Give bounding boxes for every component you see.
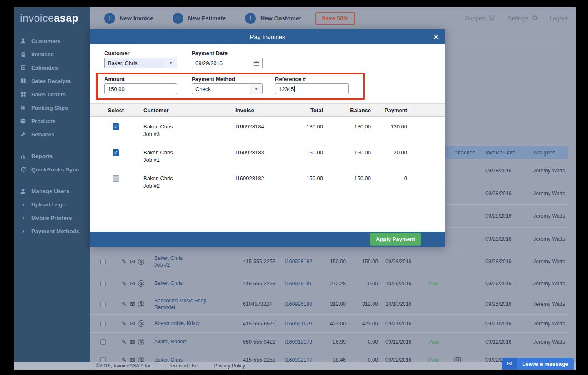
select-checkbox[interactable]: ✓ <box>113 123 119 130</box>
column-header-assigned[interactable]: Assigned <box>529 149 568 156</box>
edit-icon[interactable]: ✎ <box>122 280 127 287</box>
modal-footer: Apply Payment <box>90 232 445 247</box>
new-invoice-button[interactable]: + New Invoice <box>104 13 153 24</box>
edit-icon[interactable]: ✎ <box>122 301 127 307</box>
wrench-icon <box>20 131 27 138</box>
plus-icon: + <box>104 13 115 24</box>
customer-name: Baker, Chris <box>143 149 173 156</box>
select-checkbox[interactable]: ✓ <box>113 149 119 156</box>
customer-link[interactable]: Allard, Robert <box>154 339 186 345</box>
save-50-button[interactable]: Save 50% <box>315 12 355 25</box>
sidebar-item-upload-logo[interactable]: › Upload Logo <box>14 198 90 211</box>
sidebar-item-services[interactable]: Services <box>14 128 90 141</box>
email-icon[interactable]: ✉ <box>130 301 135 307</box>
sidebar-item-estimates[interactable]: Estimates <box>14 61 90 74</box>
sidebar-item-invoices[interactable]: Invoices <box>14 48 90 61</box>
sync-icon <box>20 166 27 173</box>
sidebar-item-reports[interactable]: Reports <box>14 149 90 163</box>
new-customer-label: New Customer <box>260 15 301 22</box>
invoice-link[interactable]: I160912178 <box>285 339 312 345</box>
cell-customer: Baker, ChrisJob #2 <box>125 175 217 189</box>
settings-link[interactable]: Settings ⚙ <box>508 15 538 22</box>
cell-balance: 0.00 <box>346 281 378 287</box>
email-icon[interactable]: ✉ <box>130 339 135 345</box>
email-icon[interactable]: ✉ <box>130 258 135 265</box>
chevron-right-icon: › <box>20 228 27 234</box>
edit-icon[interactable]: ✎ <box>122 320 127 327</box>
invoice-link[interactable]: I160926180 <box>285 301 312 307</box>
payment-icon[interactable]: $ <box>138 301 144 307</box>
payment-icon[interactable]: $ <box>138 320 144 327</box>
dollar-glyph: $ <box>140 321 143 326</box>
new-estimate-label: New Estimate <box>188 15 226 22</box>
select-checkbox[interactable]: ✓ <box>113 175 119 182</box>
cell-invoice: I160928183 <box>217 149 281 156</box>
sidebar-item-mobile-printers[interactable]: › Mobile Printers <box>14 211 90 224</box>
logout-link[interactable]: Logout <box>550 15 568 22</box>
sidebar-item-sales-orders[interactable]: Sales Orders <box>14 88 90 101</box>
row-checkbox[interactable] <box>100 281 106 286</box>
chat-bubble-icon <box>488 14 496 22</box>
logo-bold: asap <box>54 12 78 24</box>
support-link[interactable]: Support <box>465 14 496 22</box>
cell-total: 160.00 <box>281 149 323 156</box>
customer-link[interactable]: Babcock's Music Shop <box>154 298 206 304</box>
payment-date-input[interactable]: 09/29/2016 <box>192 58 263 68</box>
terms-of-use-link[interactable]: Terms of Use <box>169 363 198 369</box>
sidebar-item-customers[interactable]: Customers <box>14 34 90 48</box>
payment-icon[interactable]: $ <box>138 339 144 345</box>
leave-a-message-widget[interactable]: ✉ Leave a message <box>502 358 574 370</box>
sidebar-item-products[interactable]: Products <box>14 114 90 128</box>
sidebar-item-manage-users[interactable]: Manage Users <box>14 184 90 198</box>
invoice-link[interactable]: I160926181 <box>285 281 312 287</box>
pay-table-header: Select Customer Invoice Total Balance Pa… <box>90 103 445 117</box>
support-label: Support <box>465 15 485 22</box>
new-estimate-button[interactable]: + New Estimate <box>173 13 226 24</box>
sidebar-item-label: Upload Logo <box>31 201 65 208</box>
table-row: ✓ Baker, ChrisJob #1 I160928183 160.00 1… <box>90 143 445 169</box>
edit-icon[interactable]: ✎ <box>122 258 127 265</box>
chat-widget-label: Leave a message <box>517 358 574 370</box>
edit-icon[interactable]: ✎ <box>122 339 127 345</box>
sidebar-item-sales-receipts[interactable]: Sales Receipts <box>14 74 90 88</box>
privacy-policy-link[interactable]: Privacy Policy <box>214 363 245 369</box>
row-checkbox[interactable] <box>100 259 106 264</box>
job-label[interactable]: Job #2 <box>154 262 170 268</box>
sidebar-item-packing-slips[interactable]: Packing Slips <box>14 101 90 114</box>
customer-link[interactable]: Abercrombie, Kristy <box>154 320 200 326</box>
email-icon[interactable]: ✉ <box>130 280 135 287</box>
payment-icon[interactable]: $ <box>138 259 144 265</box>
column-header-invoice-date[interactable]: Invoice Date <box>485 149 529 156</box>
reference-input[interactable]: 12345 <box>275 83 349 94</box>
row-checkbox[interactable] <box>100 339 106 345</box>
table-row: ✎ ✉ $ Baker, ChrisJob #2 415-555-2253 I1… <box>90 250 568 273</box>
payment-icon[interactable]: $ <box>138 280 144 287</box>
column-header-attached[interactable]: Attached <box>454 149 485 156</box>
email-icon[interactable]: ✉ <box>130 320 135 327</box>
cell-balance: 423.00 <box>346 321 378 327</box>
close-icon[interactable]: × <box>433 29 439 44</box>
apply-payment-button[interactable]: Apply Payment <box>370 233 421 246</box>
invoice-link[interactable]: I160921179 <box>285 321 312 327</box>
invoice-link[interactable]: I160928182 <box>285 259 312 264</box>
job-label[interactable]: Remodel <box>154 305 175 310</box>
calendar-icon[interactable] <box>250 58 262 68</box>
sidebar-item-payment-methods[interactable]: › Payment Methods <box>14 224 90 238</box>
book-icon <box>20 104 27 111</box>
row-checkbox[interactable] <box>100 302 106 307</box>
reference-label: Reference # <box>275 76 306 82</box>
customer-link[interactable]: Baker, Chris <box>154 255 183 261</box>
chevron-down-icon[interactable]: ▼ <box>165 58 177 68</box>
clipboard-icon <box>20 51 27 58</box>
cell-invoice-date: 09/28/2016 <box>485 168 529 174</box>
customer-select[interactable]: Baker, Chris ▼ <box>104 58 177 68</box>
cell-due-date: 10/26/2016 <box>378 281 423 287</box>
new-customer-button[interactable]: + New Customer <box>245 13 301 24</box>
row-checkbox[interactable] <box>100 321 106 326</box>
sidebar-item-quickbooks-sync[interactable]: QuickBooks Sync <box>14 163 90 176</box>
customer-link[interactable]: Baker, Chris <box>154 280 183 286</box>
amount-input[interactable]: 150.00 <box>104 83 177 94</box>
app-logo[interactable]: invoiceasap <box>14 7 90 29</box>
chevron-down-icon[interactable]: ▼ <box>250 84 262 94</box>
payment-method-select[interactable]: Check ▼ <box>192 83 263 94</box>
